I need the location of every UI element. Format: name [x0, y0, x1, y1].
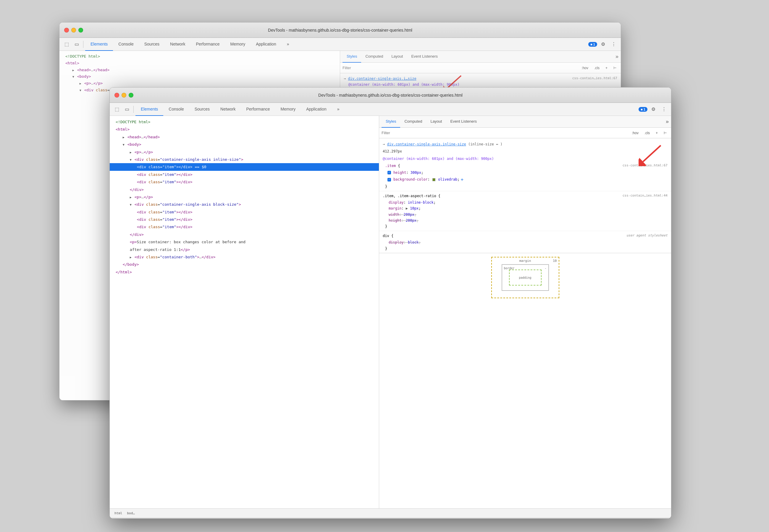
tab-network-back[interactable]: Network [165, 38, 190, 51]
maximize-button-back[interactable] [78, 28, 83, 33]
settings-icon-front[interactable]: ⚙ [649, 105, 658, 114]
tab-performance-front[interactable]: Performance [241, 103, 275, 116]
container-size-value: 412.297px [383, 149, 402, 153]
tab-memory-back[interactable]: Memory [225, 38, 251, 51]
dom-item5-front: <div class="item"></div> [110, 216, 379, 223]
expand-pane-front[interactable]: ⊢ [662, 129, 669, 137]
cursor-icon-back[interactable]: ⬚ [62, 40, 71, 49]
dom-item2-front: <div class="item"></div> [110, 171, 379, 178]
minimize-button-front[interactable] [122, 93, 126, 98]
dom-item6-front: <div class="item"></div> [110, 223, 379, 231]
add-style-back[interactable]: + [603, 65, 610, 71]
tab-more-back[interactable]: » [281, 38, 294, 51]
tab-elements-front[interactable]: Elements [135, 103, 163, 116]
css-close-brace-3-front: } [383, 246, 668, 252]
tab-event-listeners-front[interactable]: Event Listeners [446, 116, 481, 128]
css-rule-1-front: → div.container-single-axis.inline-size … [379, 140, 671, 191]
tab-console-back[interactable]: Console [113, 38, 139, 51]
filter-actions-back: :hov .cls + ⊢ [579, 64, 619, 72]
dom-close-div2-front: </div> [110, 231, 379, 238]
css-display-prop-front: display: inline-block; [383, 199, 668, 205]
menu-icon-front[interactable]: ⋮ [659, 105, 669, 114]
dom-body-back: ▼ <body> [59, 73, 340, 80]
css-height2-prop-front: height: 200px; [383, 218, 668, 223]
css-selector-link-back[interactable]: div.container-single-axis.i…size [348, 77, 416, 81]
tab-sources-front[interactable]: Sources [189, 103, 215, 116]
at-rule-back: @container (min-width: 601px) and (max-w… [348, 82, 460, 87]
color-swatch-front [433, 178, 436, 181]
tab-layout-back[interactable]: Layout [387, 51, 407, 63]
tab-memory-front[interactable]: Memory [275, 103, 301, 116]
tab-styles-back[interactable]: Styles [342, 51, 361, 63]
minimize-button-back[interactable] [71, 28, 76, 33]
height-checkbox-front[interactable]: ✓ [388, 171, 391, 174]
breadcrumb-body-front[interactable]: bod… [126, 511, 136, 516]
tab-computed-front[interactable]: Computed [400, 116, 426, 128]
cls-btn-back[interactable]: .cls [592, 65, 602, 71]
tab-more-front[interactable]: » [332, 103, 345, 116]
tab-console-front[interactable]: Console [163, 103, 189, 116]
settings-icon-back[interactable]: ⚙ [598, 40, 608, 49]
add-rule-btn-front[interactable]: + [461, 176, 464, 184]
devtools-window-front: DevTools - mathiasbynens.github.io/css-d… [109, 87, 671, 519]
dom-item4-front: <div class="item"></div> [110, 208, 379, 216]
styles-content-front[interactable]: → div.container-single-axis.inline-size … [379, 138, 671, 508]
css-height-prop-front: ✓ height: 300px; [383, 170, 668, 176]
box-model-border-front: border - padding [502, 264, 549, 291]
styles-panel-front: Styles Computed Layout Event Listeners »… [379, 116, 671, 508]
close-button-front[interactable] [114, 93, 119, 98]
dom-p-text-front: <p>Size container: box changes color at … [110, 238, 379, 246]
dom-doctype-back: <!DOCTYPE html> [59, 53, 340, 60]
maximize-button-front[interactable] [129, 93, 133, 98]
title-bar-front: DevTools - mathiasbynens.github.io/css-d… [110, 87, 671, 103]
expand-pane-back[interactable]: ⊢ [611, 64, 619, 72]
menu-icon-back[interactable]: ⋮ [609, 40, 619, 49]
tab-computed-back[interactable]: Computed [361, 51, 387, 63]
tab-performance-back[interactable]: Performance [190, 38, 225, 51]
filter-input-back[interactable] [342, 66, 577, 70]
item-selector-front: .item { [385, 163, 400, 169]
dom-panel-front[interactable]: <!DOCTYPE html> <html> ▶ <head>…</head> … [110, 116, 379, 508]
dom-item-selected-front[interactable]: <div class="item"></div> == $0 [110, 163, 379, 171]
dom-close-div1-front: </div> [110, 186, 379, 193]
breadcrumb-bar-front: html bod… [110, 508, 671, 518]
tab-application-front[interactable]: Application [301, 103, 332, 116]
tab-event-listeners-back[interactable]: Event Listeners [407, 51, 442, 63]
mobile-icon-front[interactable]: ▭ [122, 105, 132, 114]
tab-network-front[interactable]: Network [215, 103, 241, 116]
dom-p1-front: ▶ <p>…</p> [110, 148, 379, 156]
close-button-back[interactable] [64, 28, 69, 33]
bgcolor-checkbox-front[interactable]: ✓ [388, 178, 391, 181]
dom-close-body-front: </body> [110, 261, 379, 268]
tab-layout-front[interactable]: Layout [426, 116, 446, 128]
window-title-front: DevTools - mathiasbynens.github.io/css-d… [318, 93, 463, 98]
dom-body-front: ▼ <body> [110, 141, 379, 148]
border-value-front: - [545, 266, 546, 271]
toolbar-divider-back [83, 41, 83, 48]
dom-p2-front: ▶ <p>…</p> [110, 193, 379, 201]
mobile-icon-back[interactable]: ▭ [72, 40, 81, 49]
item-aspect-ratio-selector-front: .item, .item-aspect-ratio { [383, 193, 441, 199]
tab-elements-back[interactable]: Elements [85, 38, 113, 51]
css-close-brace-1-front: } [383, 184, 668, 189]
add-style-front[interactable]: + [654, 130, 660, 136]
cls-btn-front[interactable]: .cls [642, 130, 652, 136]
breadcrumb-html-front[interactable]: html [113, 511, 124, 516]
dom-container-block-front: ▼ <div class="container-single-axis bloc… [110, 201, 379, 208]
styles-more-tabs-back[interactable]: » [616, 53, 619, 60]
hov-btn-front[interactable]: :hov [630, 130, 641, 136]
tab-nav-front: Elements Console Sources Network Perform… [135, 103, 638, 116]
cursor-icon-front[interactable]: ⬚ [112, 105, 122, 114]
dom-doctype-front: <!DOCTYPE html> [110, 118, 379, 126]
tab-sources-back[interactable]: Sources [139, 38, 165, 51]
status-bar-front: devtools://devtools/bundled/devtools_app… [110, 518, 671, 519]
hov-btn-back[interactable]: :hov [579, 65, 590, 71]
styles-more-tabs-front[interactable]: » [666, 119, 669, 125]
tab-application-back[interactable]: Application [250, 38, 281, 51]
box-model-padding-front: padding [509, 270, 542, 286]
css-selector-link-1-front[interactable]: div.container-single-axis.inline-size [387, 142, 466, 146]
tab-styles-front[interactable]: Styles [381, 116, 400, 128]
dom-head-back: ▶ <head>…</head> [59, 67, 340, 74]
filter-input-front[interactable] [381, 131, 627, 135]
filter-bar-back: :hov .cls + ⊢ [340, 63, 621, 73]
